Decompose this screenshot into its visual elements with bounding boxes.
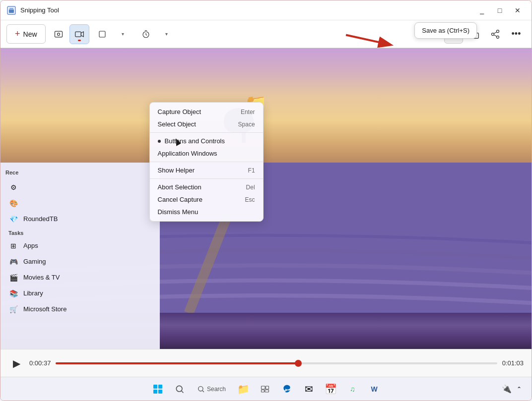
context-menu: Capture Object Enter Select Object Space… [149, 102, 264, 222]
new-label: New [23, 30, 37, 38]
movies-icon: 🎬 [8, 273, 18, 283]
taskbar-start[interactable] [148, 379, 168, 399]
rounded-tb-item[interactable]: 💎 RoundedTB [0, 211, 160, 227]
ctx-separator-3 [150, 178, 263, 179]
shape-dropdown[interactable]: ▾ [113, 24, 133, 44]
store-item[interactable]: 🛒 Microsoft Store [0, 301, 160, 317]
taskbar-search-label[interactable]: Search [192, 379, 231, 399]
store-label: Microsoft Store [23, 305, 66, 313]
svg-rect-6 [75, 32, 81, 37]
svg-rect-18 [153, 385, 157, 389]
taskbar-calendar[interactable]: 📅 [321, 379, 340, 399]
taskbar-spotify[interactable]: ♫ [342, 379, 362, 399]
ctx-label: Abort Selection [158, 183, 201, 191]
ctx-shortcut: F1 [248, 167, 255, 174]
progress-fill [56, 362, 298, 364]
minimize-button[interactable]: ⎯ [474, 4, 490, 16]
timer-dropdown[interactable]: ▾ [157, 24, 177, 44]
ctx-application-windows[interactable]: Application Windows [150, 147, 263, 160]
ellipsis-icon: ••• [512, 29, 521, 39]
taskbar: Search 📁 ✉ 📅 ♫ W 🔌 ⌃ [0, 377, 532, 401]
gaming-label: Gaming [23, 258, 46, 265]
library-item[interactable]: 📚 Library [0, 286, 160, 301]
chevron-down-icon-2: ▾ [165, 31, 168, 37]
ctx-abort-selection[interactable]: Abort Selection Del [150, 181, 263, 193]
movies-label: Movies & TV [23, 274, 60, 281]
progress-bar[interactable] [56, 362, 497, 364]
svg-rect-20 [153, 390, 157, 394]
usb-icon[interactable]: 🔌 [500, 382, 514, 396]
timer-group: ▾ [136, 24, 177, 44]
movies-item[interactable]: 🎬 Movies & TV [0, 270, 160, 286]
tasks-label: Tasks [0, 227, 160, 238]
ctx-show-helper[interactable]: Show Helper F1 [150, 164, 263, 176]
gaming-item[interactable]: 🎮 Gaming [0, 254, 160, 270]
video-mode-button[interactable] [69, 24, 89, 44]
svg-rect-27 [265, 390, 269, 392]
library-label: Library [23, 289, 43, 297]
current-time: 0:00:37 [29, 359, 51, 367]
ctx-label: Buttons and Controls [165, 137, 225, 145]
ctx-dismiss-menu[interactable]: Dismiss Menu [150, 206, 263, 218]
plus-icon: + [15, 29, 20, 39]
ctx-cancel-capture[interactable]: Cancel Capture Esc [150, 193, 263, 206]
ctx-label: Dismiss Menu [158, 208, 199, 216]
bullet-icon [158, 140, 161, 143]
ctx-label: Select Object [158, 120, 196, 128]
svg-rect-1 [9, 9, 14, 13]
taskbar-explorer[interactable]: 📁 [233, 379, 253, 399]
capture-mode-group [49, 24, 89, 44]
apps-label: Apps [23, 242, 38, 249]
color-icon: 🎨 [8, 198, 18, 208]
library-icon: 📚 [8, 288, 18, 298]
more-button[interactable]: ••• [507, 25, 526, 44]
chevron-up-icon[interactable]: ⌃ [515, 384, 524, 395]
chevron-down-icon: ▾ [122, 31, 124, 37]
ctx-shortcut: Esc [245, 196, 255, 203]
start-panel: Rece ⚙ 🎨 💎 RoundedTB Tasks ⊞ Apps [0, 163, 160, 349]
gaming-icon: 🎮 [8, 257, 18, 267]
apps-item[interactable]: ⊞ Apps [0, 238, 160, 254]
svg-rect-7 [99, 31, 105, 37]
taskbar-search[interactable] [170, 379, 190, 399]
settings-icon: ⚙ [8, 182, 18, 192]
ctx-shortcut: Space [238, 121, 255, 128]
recents-label: Rece [5, 170, 18, 175]
svg-rect-2 [9, 8, 13, 10]
taskbar-word[interactable]: W [364, 379, 384, 399]
taskbar-system-tray: 🔌 ⌃ [500, 382, 524, 396]
toolbar: Save as (Ctrl+S) + New [0, 20, 532, 48]
ctx-label: Show Helper [158, 167, 195, 174]
timer-button[interactable] [136, 24, 156, 44]
taskbar-edge[interactable] [277, 379, 297, 399]
ctx-separator-1 [150, 132, 263, 133]
window-title: Snipping Tool [20, 6, 474, 14]
ctx-shortcut: Enter [241, 109, 255, 115]
ctx-capture-object[interactable]: Capture Object Enter [150, 106, 263, 118]
maximize-button[interactable]: □ [492, 4, 508, 16]
recent-item-2[interactable]: 🎨 [0, 195, 160, 211]
ctx-buttons-controls[interactable]: Buttons and Controls [150, 135, 263, 147]
share-button[interactable] [486, 25, 505, 44]
close-button[interactable]: ✕ [510, 4, 526, 16]
taskbar-mail[interactable]: ✉ [299, 379, 319, 399]
screenshot-area: 📁 Capture Object Enter Select Object Spa… [0, 48, 532, 349]
shape-group: ▾ [92, 24, 133, 44]
rounded-tb-icon: 💎 [8, 214, 18, 224]
rounded-tb-label: RoundedTB [23, 215, 58, 223]
svg-point-23 [199, 386, 203, 391]
svg-rect-21 [158, 390, 162, 394]
play-button[interactable]: ▶ [8, 355, 24, 371]
ctx-label: Cancel Capture [158, 196, 202, 203]
taskbar-taskview[interactable] [255, 379, 275, 399]
ctx-label: Capture Object [158, 108, 201, 115]
ctx-select-object[interactable]: Select Object Space [150, 118, 263, 130]
tooltip-bubble: Save as (Ctrl+S) [414, 22, 477, 39]
shape-button[interactable] [92, 24, 112, 44]
svg-point-22 [176, 386, 182, 392]
new-button[interactable]: + New [6, 24, 46, 44]
title-bar: Snipping Tool ⎯ □ ✕ [0, 0, 532, 20]
recent-item-1[interactable]: ⚙ [0, 179, 160, 195]
screenshot-mode-button[interactable] [49, 24, 68, 44]
tooltip-text: Save as (Ctrl+S) [422, 27, 469, 34]
